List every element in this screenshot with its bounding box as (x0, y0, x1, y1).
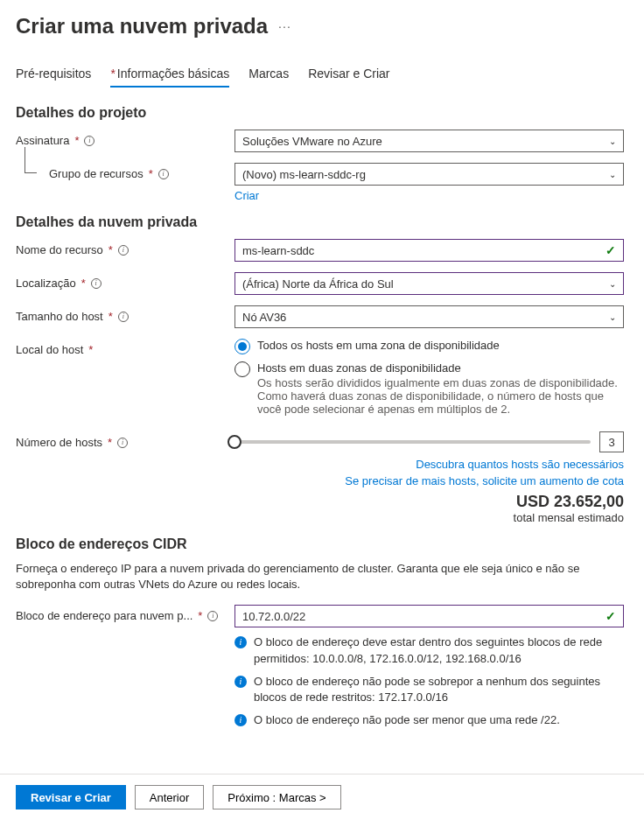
host-size-label: Tamanho do host (16, 310, 103, 323)
required-icon: * (149, 167, 153, 180)
chevron-down-icon: ⌄ (609, 312, 616, 322)
required-icon: * (74, 134, 79, 147)
required-icon: * (198, 609, 202, 622)
tab-basics[interactable]: *Informações básicas (110, 67, 229, 88)
info-icon: i (234, 636, 247, 648)
indent-line (24, 147, 37, 173)
host-count-slider[interactable] (234, 440, 591, 444)
required-icon: * (108, 310, 113, 323)
chevron-down-icon: ⌄ (609, 137, 616, 146)
section-cloud-details: Detalhes da nuvem privada (16, 214, 628, 230)
discover-hosts-link[interactable]: Descubra quantos hosts são necessários (234, 458, 624, 471)
required-icon: * (88, 343, 93, 356)
review-create-button[interactable]: Revisar e Criar (16, 785, 126, 800)
next-button[interactable]: Próximo : Marcas > (213, 785, 340, 800)
info-icon[interactable]: i (207, 611, 218, 621)
quota-increase-link[interactable]: Se precisar de mais hosts, solicite um a… (234, 474, 624, 487)
location-select[interactable]: (África) Norte da África do Sul ⌄ (234, 272, 624, 295)
previous-button[interactable]: Anterior (135, 785, 205, 800)
price-amount: USD 23.652,00 (234, 493, 624, 511)
tab-tags[interactable]: Marcas (248, 67, 289, 88)
section-cidr: Bloco de endereços CIDR (16, 536, 628, 552)
required-icon: * (108, 436, 112, 449)
cidr-block-input[interactable]: 10.72.0.0/22 ✓ (234, 605, 624, 627)
info-icon[interactable]: i (84, 136, 94, 146)
cidr-block-label: Bloco de endereço para nuvem p... (16, 609, 192, 622)
more-icon[interactable]: ··· (278, 19, 291, 33)
radio-single-zone-label: Todos os hosts em uma zona de disponibil… (257, 339, 500, 352)
info-icon: i (234, 714, 247, 726)
tabs: Pré-requisitos *Informações básicas Marc… (16, 67, 628, 88)
info-icon[interactable]: i (118, 245, 129, 256)
resource-group-select[interactable]: (Novo) ms-learn-sddc-rg ⌄ (234, 163, 624, 186)
host-count-value[interactable]: 3 (599, 431, 624, 452)
cidr-description: Forneça o endereço IP para a nuvem priva… (16, 561, 628, 592)
required-icon: * (81, 277, 86, 290)
host-size-select[interactable]: Nó AV36 ⌄ (234, 305, 624, 328)
info-icon[interactable]: i (91, 278, 102, 289)
subscription-label: Assinatura (16, 134, 69, 147)
radio-two-zones[interactable] (234, 361, 250, 377)
resource-name-input[interactable]: ms-learn-sddc ✓ (234, 239, 624, 262)
radio-two-zones-desc: Os hosts serão divididos igualmente em d… (257, 376, 624, 416)
host-count-label: Número de hosts (16, 436, 102, 449)
slider-thumb[interactable] (228, 435, 242, 449)
chevron-down-icon: ⌄ (609, 279, 616, 289)
footer: Revisar e Criar Anterior Próximo : Marca… (0, 774, 644, 800)
resource-name-label: Nome do recurso (16, 243, 103, 256)
create-resource-group-link[interactable]: Criar (234, 189, 259, 202)
radio-single-zone[interactable] (234, 339, 250, 354)
cidr-info-1: i O bloco de endereço deve estar dentro … (234, 634, 624, 666)
tab-prerequisites[interactable]: Pré-requisitos (16, 67, 91, 88)
price-desc: total mensal estimado (234, 511, 624, 524)
tab-review[interactable]: Revisar e Criar (308, 67, 389, 88)
cidr-info-2: i O bloco de endereço não pode se sobrep… (234, 674, 624, 705)
page-title: Criar uma nuvem privada (16, 14, 268, 39)
radio-two-zones-label: Hosts em duas zonas de disponibilidade (257, 361, 461, 375)
check-icon: ✓ (606, 609, 616, 623)
host-location-label: Local do host (16, 343, 83, 356)
cidr-info-3: i O bloco de endereço não pode ser menor… (234, 712, 624, 728)
check-icon: ✓ (606, 243, 616, 257)
info-icon[interactable]: i (158, 169, 169, 179)
info-icon[interactable]: i (117, 438, 128, 448)
chevron-down-icon: ⌄ (609, 170, 616, 179)
info-icon: i (234, 676, 247, 688)
info-icon[interactable]: i (118, 312, 129, 322)
resource-group-label: Grupo de recursos (49, 167, 144, 180)
required-icon: * (108, 243, 113, 256)
location-label: Localização (16, 277, 76, 290)
section-project-details: Detalhes do projeto (16, 105, 628, 121)
subscription-select[interactable]: Soluções VMware no Azure ⌄ (234, 130, 624, 152)
